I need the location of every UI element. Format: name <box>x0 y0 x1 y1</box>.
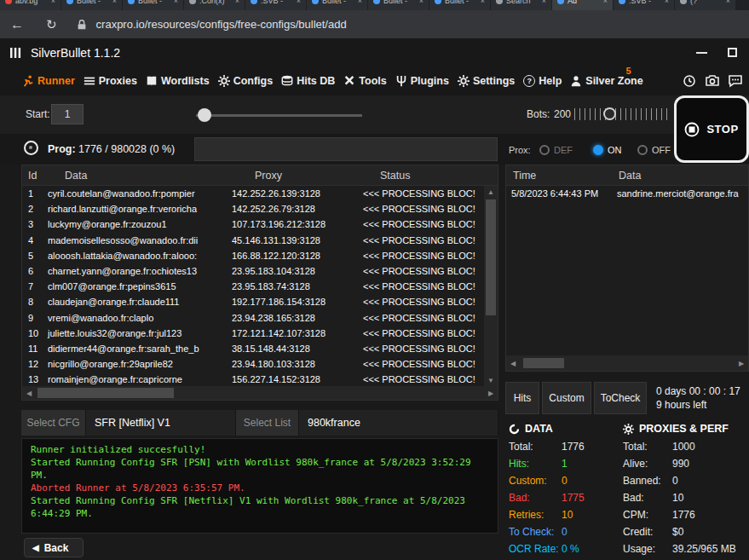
hit-row[interactable]: 5/8/2023 6:44:43 PM sandrine.merciot@ora… <box>506 186 748 201</box>
table-row[interactable]: 2 richard.lanzutti@orange.fr:veroricha 1… <box>22 201 484 216</box>
hits-button[interactable]: Hits <box>505 382 539 414</box>
browser-tab[interactable]: Bullet - × <box>368 0 429 10</box>
log-line: Aborted Runner at 5/8/2023 6:35:57 PM. <box>31 482 489 494</box>
table-row[interactable]: 11 didiermer44@orange.fr:sarah_the_b 38.… <box>22 341 484 356</box>
nav-item-plugins[interactable]: Plugins <box>395 75 449 87</box>
hits-horizontal-scrollbar[interactable]: ◀ ▶ <box>506 355 748 371</box>
browser-tab[interactable]: Bullet - × <box>123 0 183 10</box>
scroll-left-icon[interactable]: ◀ <box>22 386 36 400</box>
nav-item-settings[interactable]: Settings <box>458 75 515 87</box>
bots-label: Bots: <box>527 108 550 120</box>
camera-icon[interactable] <box>706 74 719 88</box>
browser-back-icon[interactable]: ← <box>10 17 24 32</box>
bots-slider-thumb[interactable] <box>603 107 616 120</box>
tab-close-icon[interactable]: × <box>51 0 55 5</box>
window-controls <box>696 48 737 57</box>
scroll-up-icon[interactable]: ▲ <box>484 186 498 198</box>
back-button[interactable]: ◀ Back <box>24 538 84 557</box>
table-row[interactable]: 7 clm007@orange.fr:pepins3615 23.95.183.… <box>22 279 484 294</box>
table-row[interactable]: 1 cyril.coutelan@wanadoo.fr:pompier 142.… <box>22 186 484 201</box>
browser-reload-icon[interactable]: ↻ <box>46 17 57 32</box>
history-clock-icon[interactable] <box>683 74 696 88</box>
tab-close-icon[interactable]: × <box>603 0 608 5</box>
table-row[interactable]: 5 alooosh.lattakia@wanadoo.fr:alooo: 166… <box>22 248 484 263</box>
cell-proxy: 23.94.238.165:3128 <box>232 313 361 323</box>
table-row[interactable]: 6 charnet.yann@orange.fr:ochiotes13 23.9… <box>22 263 484 279</box>
table-row[interactable]: 8 claudejan@orange.fr:claude111 192.177.… <box>22 294 484 309</box>
tab-close-icon[interactable]: × <box>297 0 301 5</box>
column-header-proxy[interactable]: Proxy <box>232 170 361 182</box>
browser-tab[interactable]: Ad × <box>552 0 613 10</box>
table-row[interactable]: 10 juliette.louis32@orange.fr:jul123 172… <box>22 326 484 341</box>
browser-tab[interactable]: (? × <box>675 0 735 10</box>
tab-close-icon[interactable]: × <box>726 0 730 5</box>
horizontal-scroll-thumb[interactable] <box>523 358 564 368</box>
prox-radio-def[interactable] <box>539 145 550 155</box>
prox-option-on[interactable]: ON <box>608 145 622 155</box>
column-header-hit-data[interactable]: Data <box>615 170 748 182</box>
results-vertical-scrollbar[interactable]: ▲ ▼ <box>484 186 498 386</box>
vertical-scroll-thumb[interactable] <box>486 199 496 315</box>
tab-close-icon[interactable]: × <box>481 0 485 5</box>
column-header-data[interactable]: Data <box>46 170 232 182</box>
progress-bar <box>194 137 498 161</box>
column-header-id[interactable]: Id <box>22 170 46 182</box>
tab-close-icon[interactable]: × <box>235 0 239 5</box>
stop-button[interactable]: STOP <box>674 95 749 163</box>
column-header-time[interactable]: Time <box>506 170 615 182</box>
start-slider[interactable] <box>196 114 362 117</box>
horizontal-scroll-thumb[interactable] <box>37 388 174 398</box>
nav-item-runner[interactable]: Runner <box>22 75 75 87</box>
minimize-icon[interactable] <box>696 52 707 54</box>
nav-item-wordlists[interactable]: Wordlists <box>146 75 210 87</box>
browser-tab[interactable]: .SVB - × <box>245 0 306 10</box>
browser-tab[interactable]: .Coh(x) × <box>184 0 245 10</box>
select-list-button[interactable]: Select List <box>236 410 299 436</box>
browser-tab[interactable]: .SVB - × <box>614 0 674 10</box>
tab-close-icon[interactable]: × <box>358 0 362 5</box>
tab-close-icon[interactable]: × <box>542 0 546 5</box>
custom-button[interactable]: Custom <box>542 382 591 414</box>
browser-tab[interactable]: abv.bg × <box>0 0 60 10</box>
table-row[interactable]: 12 nicgrillo@orange.fr:29aprile82 23.94.… <box>22 356 484 372</box>
tab-favicon-icon <box>312 0 319 4</box>
table-row[interactable]: 4 mademoisellesosso@wanadoo.fr:dii 45.14… <box>22 233 484 248</box>
nav-item-silver-zone[interactable]: Silver Zone 5 <box>570 75 642 87</box>
tocheck-button[interactable]: ToCheck <box>594 382 647 414</box>
tab-close-icon[interactable]: × <box>112 0 117 5</box>
browser-tab[interactable]: Search × <box>491 0 551 10</box>
scroll-right-icon[interactable]: ▶ <box>484 386 498 400</box>
scroll-left-icon[interactable]: ◀ <box>506 355 520 371</box>
address-bar[interactable]: craxpro.io/resources/configs/free-config… <box>96 18 347 31</box>
nav-item-tools[interactable]: Tools <box>343 75 386 87</box>
nav-item-proxies[interactable]: Proxies <box>84 75 137 87</box>
prox-radio-on[interactable] <box>593 145 603 155</box>
table-row[interactable]: 3 luckymy@orange.fr:zouzou1 107.173.196.… <box>22 216 484 232</box>
cell-data: vremi@wanadoo.fr:claplo <box>46 313 232 323</box>
start-slider-thumb[interactable] <box>198 108 211 122</box>
nav-item-hits-db[interactable]: Hits DB <box>281 75 335 87</box>
prox-radio-off[interactable] <box>637 145 648 155</box>
maximize-icon[interactable] <box>728 48 737 57</box>
nav-item-configs[interactable]: Configs <box>218 75 274 87</box>
browser-tab[interactable]: Bullet - × <box>61 0 122 10</box>
table-row[interactable]: 13 romainjen@orange.fr:capricorne 156.22… <box>22 372 484 386</box>
results-horizontal-scrollbar[interactable]: ◀ ▶ <box>22 386 498 400</box>
column-header-status[interactable]: Status <box>361 170 498 182</box>
tab-close-icon[interactable]: × <box>419 0 423 5</box>
prox-option-def[interactable]: DEF <box>554 145 573 155</box>
table-row[interactable]: 9 vremi@wanadoo.fr:claplo 23.94.238.165:… <box>22 310 484 326</box>
select-cfg-button[interactable]: Select CFG <box>21 410 86 436</box>
tab-favicon-icon <box>496 0 503 4</box>
nav-item-help[interactable]: ? Help <box>523 75 562 87</box>
browser-tab[interactable]: Bullet - × <box>429 0 490 10</box>
tab-close-icon[interactable]: × <box>174 0 178 5</box>
tab-close-icon[interactable]: × <box>665 0 669 5</box>
bots-slider[interactable] <box>574 108 670 120</box>
browser-tab[interactable]: Bullet - × <box>307 0 367 10</box>
scroll-down-icon[interactable]: ▼ <box>484 374 498 386</box>
prox-option-off[interactable]: OFF <box>652 145 671 155</box>
chat-icon[interactable] <box>729 74 742 88</box>
scroll-right-icon[interactable]: ▶ <box>735 355 748 371</box>
start-input[interactable] <box>51 104 84 124</box>
